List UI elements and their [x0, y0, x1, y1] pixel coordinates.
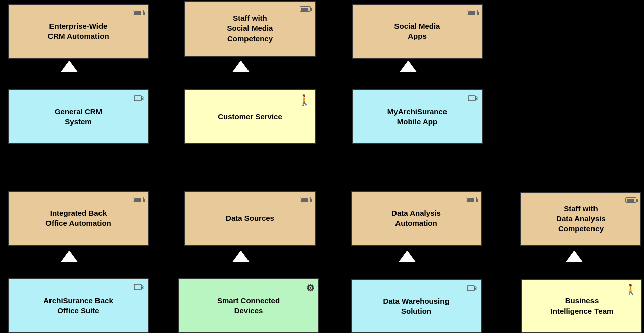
staff-social-media: Staff with Social Media Competency: [184, 1, 316, 57]
archisurance-back-office-label: ArchiSurance Back Office Suite: [43, 296, 113, 316]
data-analysis-automation-battery-icon: [466, 195, 477, 204]
arr4-arrow: [60, 250, 78, 263]
general-crm: General CRM System: [8, 89, 149, 144]
business-intelligence-actor-icon: 🚶: [625, 283, 637, 296]
business-intelligence-label: Business Intelligence Team: [551, 296, 614, 316]
smart-connected-devices: ⚙ Smart Connected Devices: [178, 278, 319, 333]
data-warehousing-label: Data Warehousing Solution: [383, 296, 449, 317]
smart-connected-devices-label: Smart Connected Devices: [217, 296, 280, 316]
svg-rect-0: [134, 96, 141, 101]
data-sources-battery-icon: [300, 195, 311, 204]
social-media-apps-label: Social Media Apps: [394, 21, 440, 42]
staff-data-analysis-label: Staff with Data Analysis Competency: [556, 204, 606, 234]
svg-marker-12: [61, 61, 77, 72]
data-warehousing-component-icon: [467, 283, 477, 295]
arr5-arrow: [232, 250, 250, 263]
enterprise-crm: Enterprise-Wide CRM Automation: [8, 4, 149, 59]
customer-service: 🚶 Customer Service: [184, 89, 316, 144]
svg-rect-9: [467, 286, 474, 291]
enterprise-crm-label: Enterprise-Wide CRM Automation: [47, 21, 109, 42]
general-crm-label: General CRM System: [55, 107, 102, 127]
staff-social-media-label: Staff with Social Media Competency: [227, 13, 273, 44]
myarchisurance-component-icon: [468, 93, 478, 105]
svg-rect-6: [134, 284, 141, 290]
smart-connected-devices-gear-icon: ⚙: [306, 282, 314, 294]
archisurance-back-office-component-icon: [134, 282, 144, 294]
staff-data-analysis-battery-icon: [625, 196, 636, 204]
social-media-apps-battery-icon: [467, 8, 478, 17]
integrated-back-office-battery-icon: [133, 195, 144, 204]
data-sources-label: Data Sources: [226, 213, 274, 223]
archisurance-back-office: ArchiSurance Back Office Suite: [8, 278, 149, 333]
svg-marker-17: [399, 251, 415, 262]
svg-marker-14: [400, 61, 416, 72]
svg-marker-15: [61, 251, 77, 262]
svg-rect-3: [468, 96, 475, 101]
data-analysis-automation-label: Data Analysis Automation: [391, 208, 441, 229]
business-intelligence: 🚶 Business Intelligence Team: [521, 279, 642, 333]
staff-data-analysis: Staff with Data Analysis Competency: [520, 192, 641, 246]
arr3-arrow: [399, 60, 417, 73]
integrated-back-office-label: Integrated Back Office Automation: [45, 208, 111, 229]
svg-marker-18: [566, 251, 582, 262]
svg-marker-13: [233, 61, 249, 72]
enterprise-crm-battery-icon: [133, 8, 144, 17]
general-crm-component-icon: [134, 93, 144, 105]
data-sources: Data Sources: [184, 191, 316, 246]
arr6-arrow: [398, 250, 416, 263]
data-analysis-automation: Data Analysis Automation: [351, 191, 482, 246]
myarchisurance: MyArchiSurance Mobile App: [352, 89, 483, 144]
customer-service-label: Customer Service: [218, 112, 282, 122]
arr7-arrow: [565, 250, 583, 263]
diagram-canvas: Enterprise-Wide CRM Automation Staff wit…: [0, 0, 644, 333]
data-warehousing: Data Warehousing Solution: [351, 279, 482, 333]
arr1-arrow: [60, 60, 78, 73]
staff-social-media-battery-icon: [300, 5, 311, 13]
svg-marker-16: [233, 251, 249, 262]
arr2-arrow: [232, 60, 250, 73]
myarchisurance-label: MyArchiSurance Mobile App: [387, 107, 447, 127]
integrated-back-office: Integrated Back Office Automation: [8, 191, 149, 246]
customer-service-actor-icon: 🚶: [298, 93, 311, 107]
social-media-apps: Social Media Apps: [352, 4, 483, 59]
